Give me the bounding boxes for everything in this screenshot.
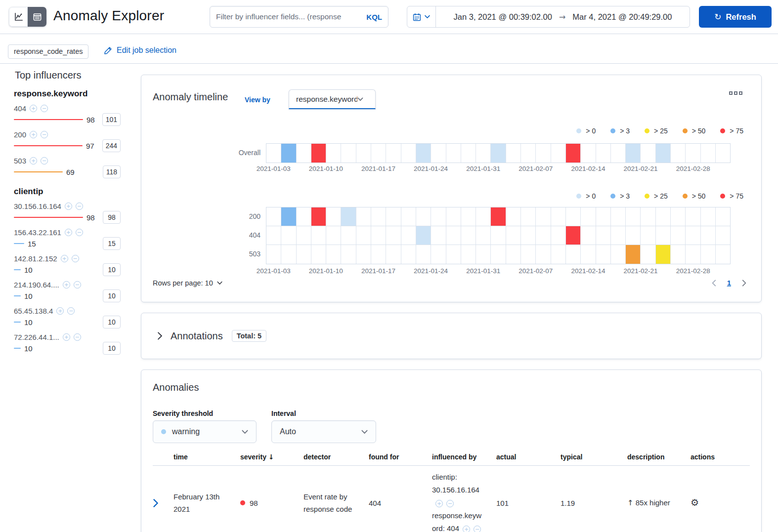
swimlane-cell[interactable]	[356, 226, 371, 245]
col-found-for[interactable]: found for	[369, 453, 432, 461]
swimlane-cell[interactable]	[386, 245, 401, 264]
swimlane-cell[interactable]	[611, 245, 626, 264]
swimlane-cell[interactable]	[281, 144, 296, 163]
swimlane-cell[interactable]	[566, 226, 581, 245]
swimlane-cell[interactable]	[701, 207, 716, 226]
swimlane-cell[interactable]	[326, 207, 341, 226]
swimlane-cell[interactable]	[566, 144, 581, 163]
swimlane-cell[interactable]	[716, 245, 730, 264]
swimlane-cell[interactable]	[686, 144, 700, 163]
swimlane-cell[interactable]	[626, 207, 641, 226]
swimlane-cell[interactable]	[476, 245, 491, 264]
swimlane-cell[interactable]	[686, 207, 700, 226]
swimlane-cell[interactable]	[461, 207, 476, 226]
swimlane-cell[interactable]	[536, 226, 551, 245]
add-filter-icon[interactable]: +	[463, 526, 470, 532]
col-time[interactable]: time	[173, 453, 240, 461]
swimlane-cell[interactable]	[671, 207, 686, 226]
swimlane-cell[interactable]	[671, 144, 686, 163]
swimlane-cell[interactable]	[386, 207, 401, 226]
swimlane-cell[interactable]	[716, 226, 730, 245]
swimlane-cell[interactable]	[716, 207, 730, 226]
swimlane-cell[interactable]	[611, 207, 626, 226]
date-range-display[interactable]: Jan 3, 2021 @ 00:39:02.00 → Mar 4, 2021 …	[436, 6, 690, 27]
swimlane-cell[interactable]	[431, 226, 446, 245]
swimlane-cell[interactable]	[596, 245, 611, 264]
swimlane-cell[interactable]	[671, 226, 686, 245]
swimlane-cell[interactable]	[506, 144, 521, 163]
swimlane-cell[interactable]	[596, 226, 611, 245]
date-quick-select-button[interactable]	[407, 6, 436, 27]
swimlane-cell[interactable]	[641, 207, 655, 226]
add-filter-icon[interactable]: +	[63, 281, 70, 288]
col-typical[interactable]: typical	[561, 453, 627, 461]
date-end[interactable]: Mar 4, 2021 @ 20:49:29.00	[572, 12, 672, 22]
swimlane-cell[interactable]	[341, 207, 356, 226]
swimlane-cell[interactable]	[536, 245, 551, 264]
swimlane-cell[interactable]	[311, 144, 326, 163]
remove-filter-icon[interactable]: −	[446, 500, 454, 507]
swimlane-cell[interactable]	[371, 226, 386, 245]
swimlane-cell[interactable]	[266, 207, 281, 226]
col-influenced-by[interactable]: influenced by	[432, 453, 496, 461]
col-actions[interactable]: actions	[691, 453, 750, 461]
swimlane-cell[interactable]	[311, 245, 326, 264]
remove-filter-icon[interactable]: −	[67, 307, 75, 315]
interval-select[interactable]: Auto	[271, 420, 376, 443]
col-severity[interactable]: severity ↓	[240, 453, 303, 461]
swimlane-cell[interactable]	[686, 245, 700, 264]
add-filter-icon[interactable]: +	[65, 229, 72, 236]
remove-filter-icon[interactable]: −	[76, 229, 83, 236]
swimlane-cell[interactable]	[551, 144, 566, 163]
swimlane-cell[interactable]	[551, 245, 566, 264]
col-detector[interactable]: detector	[303, 453, 369, 461]
swimlane-cell[interactable]	[611, 226, 626, 245]
swimlane-cell[interactable]	[297, 144, 311, 163]
swimlane-cell[interactable]	[491, 226, 506, 245]
swimlane-cell[interactable]	[656, 207, 671, 226]
swimlane-cell[interactable]	[446, 207, 461, 226]
add-filter-icon[interactable]: +	[61, 255, 68, 262]
swimlane-cell[interactable]	[386, 226, 401, 245]
swimlane-cell[interactable]	[581, 245, 596, 264]
date-start[interactable]: Jan 3, 2021 @ 00:39:02.00	[454, 12, 552, 22]
swimlane-cell[interactable]	[476, 207, 491, 226]
swimlane-cell[interactable]	[326, 226, 341, 245]
swimlane-cell[interactable]	[566, 245, 581, 264]
swimlane-cell[interactable]	[476, 226, 491, 245]
swimlane-cell[interactable]	[431, 144, 446, 163]
swimlane-cell[interactable]	[656, 245, 671, 264]
swimlane-cell[interactable]	[266, 144, 281, 163]
swimlane-cell[interactable]	[626, 226, 641, 245]
swimlane-cell[interactable]	[671, 245, 686, 264]
swimlane-cell[interactable]	[356, 245, 371, 264]
swimlane-cell[interactable]	[491, 207, 506, 226]
swimlane-cell[interactable]	[701, 226, 716, 245]
swimlane-cell[interactable]	[431, 207, 446, 226]
swimlane-cell[interactable]	[281, 226, 296, 245]
swimlane-cell[interactable]	[341, 226, 356, 245]
swimlane-cell[interactable]	[311, 207, 326, 226]
swimlane-cell[interactable]	[701, 144, 716, 163]
swimlane-cell[interactable]	[341, 144, 356, 163]
swimlane-cell[interactable]	[506, 245, 521, 264]
swimlane-cell[interactable]	[581, 226, 596, 245]
add-filter-icon[interactable]: +	[435, 500, 443, 507]
swimlane-cell[interactable]	[626, 245, 641, 264]
swimlane-cell[interactable]	[536, 144, 551, 163]
swimlane-cell[interactable]	[641, 144, 655, 163]
swimlane-cell[interactable]	[401, 144, 416, 163]
influencer-filter-input[interactable]	[216, 12, 363, 21]
swimlane-cell[interactable]	[446, 226, 461, 245]
swimlane-cell[interactable]	[551, 226, 566, 245]
swimlane-cell[interactable]	[521, 245, 536, 264]
swimlane-cell[interactable]	[521, 207, 536, 226]
swimlane-cell[interactable]	[641, 226, 655, 245]
swimlane-cell[interactable]	[566, 207, 581, 226]
edit-job-selection-link[interactable]: Edit job selection	[104, 46, 176, 55]
swimlane-cell[interactable]	[371, 144, 386, 163]
swimlane-cell[interactable]	[326, 245, 341, 264]
swimlane-cell[interactable]	[401, 245, 416, 264]
remove-filter-icon[interactable]: −	[41, 131, 48, 138]
remove-filter-icon[interactable]: −	[41, 105, 48, 112]
